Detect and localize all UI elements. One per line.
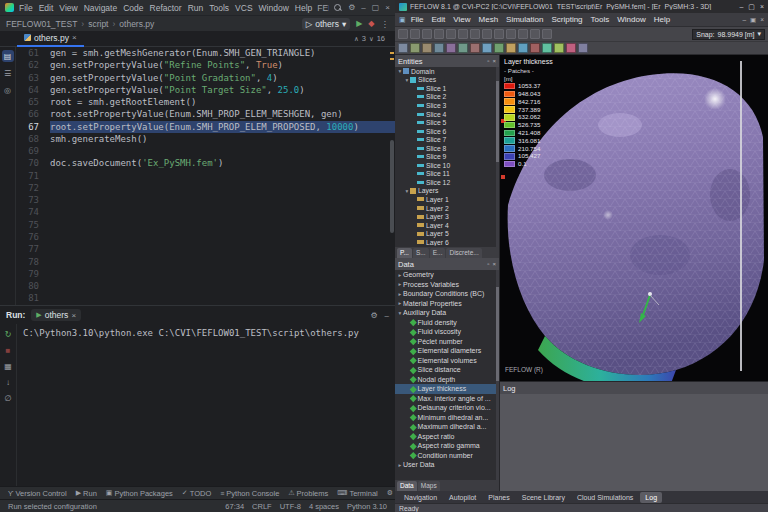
ff-menu-file[interactable]: File — [411, 15, 424, 24]
structure-icon[interactable]: ☰ — [2, 67, 14, 79]
data-user-data[interactable]: ▸User Data — [395, 460, 499, 470]
code-line[interactable]: gen.setPropertyValue("Refine Points", Tr… — [50, 59, 395, 71]
hide-panel-icon[interactable]: – — [385, 311, 389, 320]
data-layer-thickness[interactable]: Layer thickness — [395, 384, 499, 394]
toolwindow-services[interactable]: ⚙Services — [387, 489, 395, 498]
panel-tab-cloud-simulations[interactable]: Cloud Simulations — [572, 492, 638, 503]
entities-panel-header[interactable]: Entities ▫ × — [395, 55, 499, 67]
entities-layers[interactable]: ▾Layers — [395, 187, 499, 196]
breadcrumb-feflow01-test[interactable]: FEFLOW01_TEST — [6, 19, 77, 29]
fit-window-icon[interactable] — [470, 43, 480, 53]
export-icon[interactable] — [446, 29, 456, 39]
breadcrumb-others-py[interactable]: others.py — [119, 19, 154, 29]
data-material-properties[interactable]: ▸Material Properties — [395, 299, 499, 309]
editor-code-area[interactable]: gen = smh.getMeshGenerator(Enum.SMH_GEN_… — [46, 47, 395, 305]
pc-menu-code[interactable]: Code — [123, 3, 143, 13]
close-run-tab-icon[interactable]: × — [71, 311, 76, 320]
breadcrumb-script[interactable]: script — [88, 19, 108, 29]
minimize-icon[interactable]: – — [739, 3, 743, 11]
maximize-icon[interactable]: ▢ — [748, 3, 755, 11]
code-line[interactable] — [50, 256, 395, 268]
entities-slice-2[interactable]: Slice 2 — [395, 93, 499, 102]
entities-tab-p[interactable]: P... — [397, 248, 412, 258]
code-line[interactable] — [50, 206, 395, 218]
check-mesh-icon[interactable] — [530, 43, 540, 53]
paste-icon[interactable] — [470, 29, 480, 39]
data-fluid-viscosity[interactable]: Fluid viscosity — [395, 327, 499, 337]
line-separator[interactable]: CRLF — [252, 502, 272, 511]
pc-menu-window[interactable]: Window — [259, 3, 289, 13]
inspections-widget[interactable]: ∧ 3 ∨ 16 — [354, 34, 385, 43]
panel-tab-navigation[interactable]: Navigation — [399, 492, 442, 503]
indent-style[interactable]: 4 spaces — [309, 502, 339, 511]
toolwindow-python-console[interactable]: ≡Python Console — [220, 489, 279, 498]
pc-menu-navigate[interactable]: Navigate — [84, 3, 118, 13]
maximize-icon[interactable]: ▢ — [372, 3, 380, 12]
pin-icon[interactable]: ▫ — [487, 58, 489, 64]
code-line[interactable]: root.setPropertyValue(Enum.SMH_PROP_ELEM… — [50, 121, 395, 133]
snap-distance-field[interactable]: Snap: 98.9949 [m] ▾ — [692, 29, 765, 40]
data-maximum-dihedral-a[interactable]: Maximum dihedral a... — [395, 422, 499, 432]
entities-slices[interactable]: ▾Slices — [395, 76, 499, 85]
toolwindow-python-packages[interactable]: ▣Python Packages — [106, 489, 173, 498]
data-tab-data[interactable]: Data — [397, 481, 417, 491]
smooth-mesh-icon[interactable] — [518, 43, 528, 53]
select-nodes-icon[interactable] — [398, 43, 408, 53]
code-editor[interactable]: 6162636465666768697071727374757677787980… — [16, 47, 395, 305]
select-elements-icon[interactable] — [410, 43, 420, 53]
slice-handle-marker[interactable] — [501, 175, 505, 179]
run-button[interactable]: ▶ — [356, 19, 362, 28]
chevron-up-icon[interactable]: ∧ — [354, 35, 359, 43]
entities-tab-s[interactable]: S... — [413, 248, 429, 258]
ff-menu-window[interactable]: Window — [617, 15, 645, 24]
move-vertex-icon[interactable] — [422, 43, 432, 53]
panel-tab-scene-library[interactable]: Scene Library — [517, 492, 570, 503]
scroll-to-end-icon[interactable]: ↓ — [2, 376, 14, 388]
project-icon[interactable]: ▤ — [2, 50, 14, 62]
data-condition-number[interactable]: Condition number — [395, 451, 499, 461]
editor-tab-others-py[interactable]: others.py × — [17, 31, 84, 47]
isolines-icon[interactable] — [542, 43, 552, 53]
toolwindow-run[interactable]: ▶Run — [76, 489, 97, 498]
code-line[interactable]: gen.setPropertyValue("Point Gradation", … — [50, 72, 395, 84]
panel-tab-planes[interactable]: Planes — [483, 492, 514, 503]
entities-tab-e[interactable]: E... — [430, 248, 446, 258]
save-icon[interactable] — [422, 29, 432, 39]
code-line[interactable]: doc.saveDocument('Ex_PySMH.fem') — [50, 157, 395, 169]
data-nodal-depth[interactable]: Nodal depth — [395, 375, 499, 385]
entities-slice-1[interactable]: Slice 1 — [395, 84, 499, 93]
scrollbar-thumb[interactable] — [496, 81, 499, 162]
run-tab-others[interactable]: ▶ others × — [31, 309, 81, 321]
colorbar-icon[interactable] — [566, 43, 576, 53]
data-boundary-conditions-bc[interactable]: ▸Boundary Conditions (BC) — [395, 289, 499, 299]
fit-view-icon[interactable] — [542, 29, 552, 39]
python-interpreter[interactable]: Python 3.10 — [347, 502, 387, 511]
code-line[interactable] — [50, 219, 395, 231]
entities-slice-7[interactable]: Slice 7 — [395, 135, 499, 144]
entities-layer-2[interactable]: Layer 2 — [395, 204, 499, 213]
open-icon[interactable] — [410, 29, 420, 39]
new-icon[interactable] — [398, 29, 408, 39]
chevron-down-icon[interactable]: ∨ — [369, 35, 374, 43]
pc-menu-file[interactable]: File — [19, 3, 33, 13]
pc-menu-edit[interactable]: Edit — [39, 3, 54, 13]
data-max-interior-angle-of[interactable]: Max. interior angle of ... — [395, 394, 499, 404]
data-elemental-volumes[interactable]: Elemental volumes — [395, 356, 499, 366]
minimize-icon[interactable]: – — [361, 3, 365, 12]
warning-stripe-mark[interactable] — [390, 52, 394, 54]
entities-domain[interactable]: ▾Domain — [395, 67, 499, 76]
clear-all-icon[interactable]: ∅ — [2, 392, 14, 404]
code-line[interactable]: gen = smh.getMeshGenerator(Enum.SMH_GEN_… — [50, 47, 395, 59]
panel-tab-autopilot[interactable]: Autopilot — [444, 492, 481, 503]
view-splitter[interactable] — [740, 61, 742, 371]
entities-slice-6[interactable]: Slice 6 — [395, 127, 499, 136]
panel-tab-log[interactable]: Log — [640, 492, 662, 503]
entities-slice-4[interactable]: Slice 4 — [395, 110, 499, 119]
data-aspect-ratio-gamma[interactable]: Aspect ratio gamma — [395, 441, 499, 451]
code-line[interactable] — [50, 243, 395, 255]
zoom-out-icon[interactable] — [530, 29, 540, 39]
code-line[interactable]: root.setPropertyValue(Enum.SMH_PROP_ELEM… — [50, 108, 395, 120]
entities-slice-10[interactable]: Slice 10 — [395, 161, 499, 170]
data-p-clet-number[interactable]: Péclet number — [395, 337, 499, 347]
patches-icon[interactable] — [554, 43, 564, 53]
